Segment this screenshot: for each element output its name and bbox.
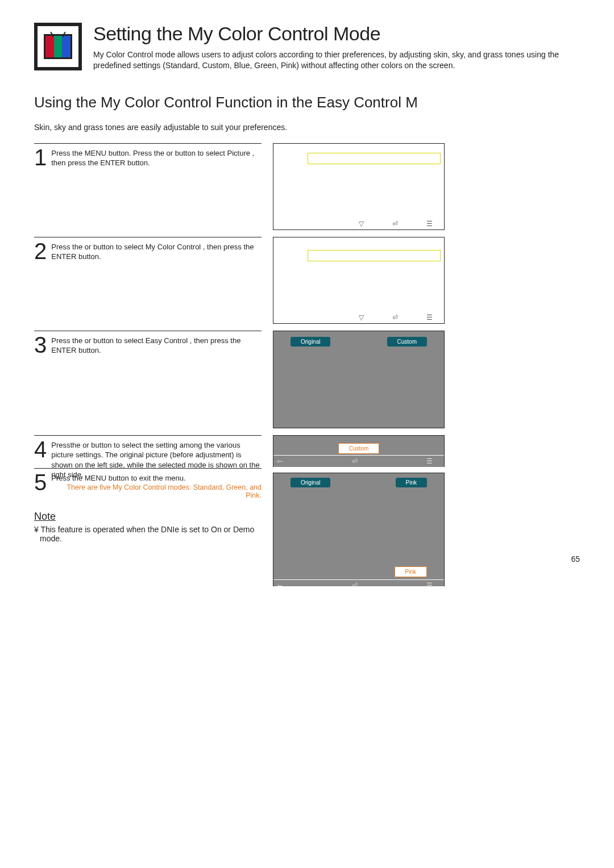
menu-icon: ☰: [426, 314, 433, 322]
page-description: My Color Control mode allows users to ad…: [93, 49, 580, 71]
menu-icon: ☰: [426, 582, 433, 586]
section-title: Using the My Color Control Function in t…: [34, 94, 580, 111]
preview-panel: Original Custom: [273, 331, 445, 428]
page-title: Setting the My Color Control Mode: [93, 23, 580, 45]
enter-icon: ⏎: [392, 220, 398, 228]
enter-icon: ⏎: [352, 457, 358, 465]
preview-label-original: Original: [291, 337, 330, 347]
preview-panel: ▽ ⏎ ☰: [273, 143, 445, 230]
step-number: 3: [34, 333, 47, 356]
step-text: Press the or button to select My Color C…: [51, 240, 262, 262]
step-number: 2: [34, 240, 47, 262]
nav-down-icon: ▽: [359, 220, 364, 228]
step-text: Press the MENU button to exit the menu.: [51, 471, 185, 494]
step-number: 1: [34, 146, 47, 169]
preview-label-pink-outline: Pink: [395, 566, 427, 577]
preview-label-pink: Pink: [396, 478, 427, 487]
step-number: 5: [34, 471, 47, 494]
step-row: 5 Press the MENU button to exit the menu…: [34, 468, 262, 494]
preview-panel-bottom: Original Pink Pink ⇽ ⏎ ☰: [273, 473, 445, 586]
preview-panel: ▽ ⏎ ☰: [273, 237, 445, 324]
page-header: Setting the My Color Control Mode My Col…: [34, 23, 580, 71]
preview-label-custom: Custom: [338, 443, 379, 454]
note-body: ¥ This feature is operated when the DNIe…: [34, 525, 262, 543]
enter-icon: ⏎: [352, 582, 358, 586]
preview-label-custom: Custom: [387, 337, 427, 347]
menu-highlight: [308, 250, 441, 261]
nav-left-right-icon: ⇽: [277, 457, 283, 465]
nav-down-icon: ▽: [359, 314, 364, 322]
tv-icon: [34, 23, 82, 70]
menu-highlight: [308, 153, 441, 164]
menu-icon: ☰: [426, 220, 433, 228]
step-row: 2 Press the or button to select My Color…: [34, 237, 580, 324]
step-row: 1 Press the MENU button. Press the or bu…: [34, 143, 580, 230]
enter-icon: ⏎: [392, 314, 398, 322]
note-heading: Note: [34, 511, 262, 523]
preview-label-original: Original: [291, 478, 330, 487]
step-row: 3 Press the or button to select Easy Con…: [34, 331, 580, 428]
step-text: Press the MENU button. Press the or butt…: [51, 146, 262, 169]
preview-panel-top: Custom ⇽ ⏎ ☰: [273, 435, 445, 467]
nav-left-right-icon: ⇽: [277, 582, 283, 586]
step-text: Press the or button to select Easy Contr…: [51, 333, 262, 356]
menu-icon: ☰: [426, 457, 433, 465]
section-intro: Skin, sky and grass tones are easily adj…: [34, 123, 580, 132]
